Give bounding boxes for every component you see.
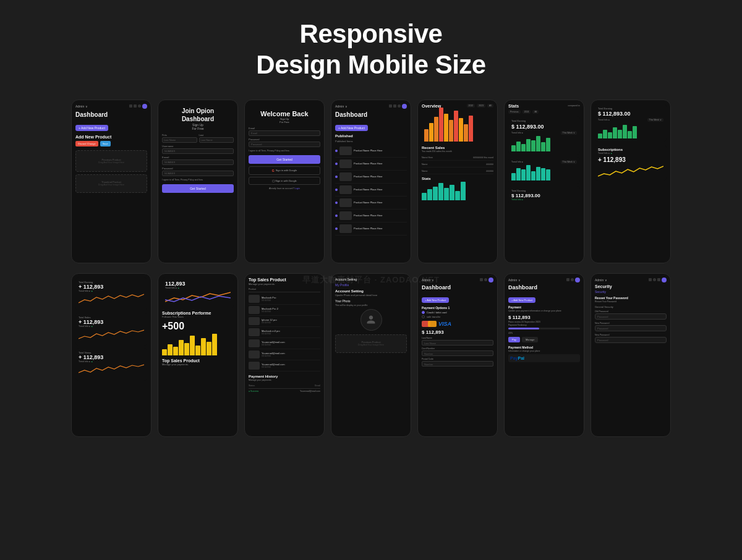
welcome-sub: Sign UpFor Free xyxy=(249,117,320,124)
wb-password-input[interactable]: Password xyxy=(249,142,320,147)
thumbnail-drop: Thumbral Product Drag And Your Image Her… xyxy=(75,174,147,193)
published-label: Published xyxy=(335,134,407,138)
last-input[interactable]: Last Name xyxy=(199,137,234,143)
pay-method-sub: Information or change your plane xyxy=(508,350,580,352)
get-started-btn[interactable]: Get Started xyxy=(162,184,234,193)
list-item: Product Name Place Here xyxy=(354,149,382,152)
add-product-pub-btn[interactable]: + Add New Product xyxy=(335,125,368,131)
count-display: +500 xyxy=(162,321,234,332)
username-input[interactable]: NUMBER xyxy=(162,148,234,154)
recent-sales-sub: You made 256 sales this month xyxy=(422,150,493,153)
card-num-input[interactable]: Number xyxy=(422,350,493,356)
list-item: Product Name Place Here xyxy=(354,175,382,178)
product-col-header: Product xyxy=(249,288,320,292)
general-security: General Security xyxy=(595,305,667,308)
add-new-product-label: Add New Product xyxy=(75,135,147,139)
screen-overview: Overview 2022 2023 All xyxy=(417,100,498,263)
postal-input[interactable]: Number xyxy=(422,361,493,367)
sub-performe-title: Subscriptions Performe xyxy=(162,311,234,315)
your-photo-label: Your Photo xyxy=(335,299,407,303)
my-profile-link[interactable]: My Profile xyxy=(335,283,407,287)
earning-bars xyxy=(511,136,577,151)
published-list: Product Name Place Here Product Name Pla… xyxy=(335,145,407,235)
acct-section-sub: Upadie Photo and personal detail here xyxy=(335,294,407,297)
acct-nav: Account Setting xyxy=(335,278,357,281)
reset-pw-sub: Resset Your Password xyxy=(595,300,667,303)
add-prod-pay-btn[interactable]: + Add New Product xyxy=(422,297,449,303)
dashboard-title: Dashboard xyxy=(75,111,147,118)
top-sales-sub-2: Manage your payments. xyxy=(249,282,320,286)
published-sub: Published Items xyxy=(335,140,407,143)
password-label: Password xyxy=(162,167,234,170)
pay-history-sub: Manage your payments. xyxy=(249,379,320,381)
email-input[interactable]: NUMBER xyxy=(162,159,234,165)
security-main-title: Security xyxy=(595,284,667,289)
last-name-input[interactable]: Last Name xyxy=(422,340,493,346)
discard-btn[interactable]: Discard Change xyxy=(75,141,98,146)
pay-opts-title: Payment Options 1 xyxy=(422,306,493,310)
acct-section-title: Account Setting xyxy=(335,289,407,293)
first-label: Firts xyxy=(162,134,197,137)
year1: 2022 xyxy=(467,104,475,108)
save-btn[interactable]: Save xyxy=(100,141,111,146)
google-btn-2[interactable]: ◯ Sign in with Google xyxy=(249,177,320,185)
pay-method-title: Payment Method xyxy=(508,346,580,349)
new-pw2-input[interactable]: Password xyxy=(595,337,667,343)
stats-chart xyxy=(422,182,493,200)
screen-security: Admin ∨ Security Security Resset Your Pa… xyxy=(591,273,671,437)
your-photo-sub: This will be display on your profile xyxy=(335,304,407,307)
paypal-option: PayPal xyxy=(508,354,580,362)
pay-amount: $ 112,893 xyxy=(422,329,493,335)
stats-screen-title: Stats xyxy=(508,104,519,108)
add-prod-pay2-btn[interactable]: + Add New Product xyxy=(508,297,535,303)
new-pw-input[interactable]: Password xyxy=(595,325,667,331)
screen-join-dashboard: Join OpionDashboard Sign UpFor Free Firt… xyxy=(158,100,238,263)
add-product-btn[interactable]: + Add New Product xyxy=(75,125,108,131)
screen-dashboard-add: Admin ∨ Dashboard + Add New Product Add … xyxy=(71,100,151,263)
views-line xyxy=(79,364,144,375)
top-sales-label: Top Sales Product xyxy=(162,358,234,363)
compared-to: compared to xyxy=(568,104,580,107)
product-list: Macbook Pro02/10/2024 Macbook Pro 202/10… xyxy=(249,294,320,371)
screen-total-stats: Total Earning + 112,893 Trend Info ● ▲ T… xyxy=(71,273,151,437)
screen-welcome-back: Welcome Back Sign UpFor Free Email Email… xyxy=(244,100,325,263)
manage-btn[interactable]: Manage xyxy=(522,337,538,342)
screen-stats: Stats compared to Previous 2024 All Tota… xyxy=(504,100,584,263)
admin-label: Admin ∨ xyxy=(75,104,88,108)
first-input[interactable]: Last Name xyxy=(162,137,197,143)
wb-email-label: Email xyxy=(249,127,320,130)
acct-preview-drop: Previews Product Drag And Your Image Her… xyxy=(335,334,407,353)
login-link[interactable]: Already have an account? Login xyxy=(249,187,320,190)
wb-agree: I agree to all Term, Privacy Policy and … xyxy=(249,150,320,152)
earn-bars xyxy=(598,123,663,138)
old-pw-input[interactable]: Password xyxy=(595,313,667,320)
dash-pay-title: Dashboard xyxy=(422,284,493,291)
row-1: Admin ∨ Dashboard + Add New Product Add … xyxy=(12,100,730,263)
list-item: Product Name Place Here xyxy=(354,214,382,217)
overview-title: Overview xyxy=(422,104,441,108)
stats-title-2: Stats xyxy=(422,177,493,180)
year2: 2023 xyxy=(477,104,485,108)
screen-account-setting: Account Setting My Profile Account Setti… xyxy=(331,273,411,437)
wb-get-started[interactable]: Get Started xyxy=(249,155,320,164)
password-input[interactable]: NUMBER xyxy=(162,171,234,176)
join-title: Join OpionDashboard xyxy=(162,107,234,123)
prev-review: Plann review 24 September 2023 xyxy=(508,321,580,323)
pay-btn[interactable]: Pay xyxy=(508,337,520,342)
security-link[interactable]: Security xyxy=(595,290,667,294)
wb-password-label: Password xyxy=(249,138,320,141)
join-sub: Sign UpFor Free xyxy=(162,123,234,130)
payment-section-sub: Update your payment information or chang… xyxy=(508,310,580,312)
screen-total-earning: Total Earning $ 112,893.00 Trend Info ● … xyxy=(591,100,671,263)
recent-sales-title: Recent Sales xyxy=(422,146,493,150)
list-item: Product Name Place Here xyxy=(354,162,382,165)
list-item: Product Name Place Here xyxy=(354,227,382,230)
page-container: Responsive Design Mobile Size Admin ∨ xyxy=(0,0,742,560)
pay2-amount: $ 112,893 xyxy=(508,315,580,320)
wb-email-input[interactable]: Email xyxy=(249,130,320,136)
list-item: Product Name Place Here xyxy=(354,201,382,204)
username-label: Username xyxy=(162,145,234,148)
google-btn-1[interactable]: G Sign in with Google xyxy=(249,166,320,175)
earn-line xyxy=(79,294,144,305)
dash-pay2-title: Dashboard xyxy=(508,284,580,291)
